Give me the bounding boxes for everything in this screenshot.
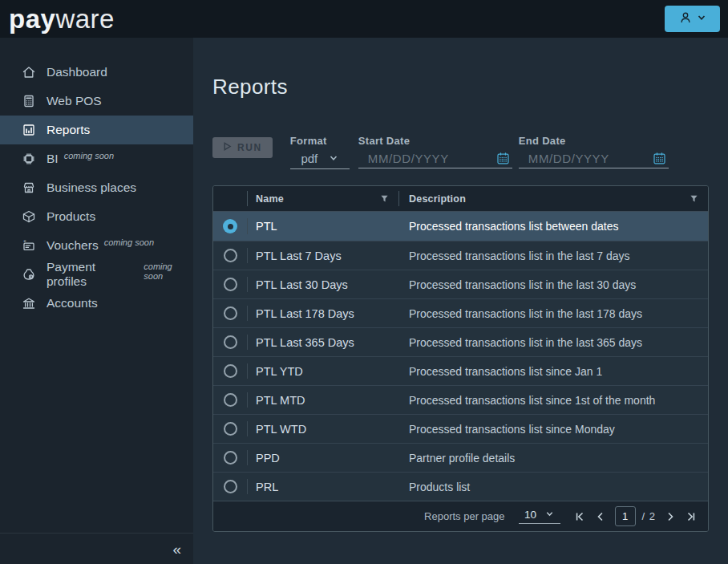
per-page-value: 10 <box>524 509 536 521</box>
filter-funnel-icon[interactable] <box>380 194 389 203</box>
table-footer: Reports per page 10 1 / 2 <box>213 501 708 531</box>
first-page-icon[interactable] <box>573 510 586 523</box>
report-name: PTL WTD <box>256 423 306 436</box>
report-description: Products list <box>409 481 470 493</box>
row-radio[interactable] <box>224 451 237 465</box>
row-radio[interactable] <box>224 422 237 436</box>
page-title: Reports <box>212 75 709 99</box>
chevron-down-icon <box>329 152 338 165</box>
report-name: PTL Last 178 Days <box>256 307 354 320</box>
sidebar: Dashboard Web POS Reports BI coming soon… <box>0 38 193 564</box>
calculator-icon <box>22 94 36 108</box>
prev-page-icon[interactable] <box>594 510 607 523</box>
store-icon <box>22 181 36 195</box>
start-date-label: Start Date <box>358 135 512 147</box>
name-column-label: Name <box>256 193 284 205</box>
table-row[interactable]: PPD Partner profile details <box>213 443 708 472</box>
sidebar-item-label: Accounts <box>47 296 98 310</box>
table-row[interactable]: PTL Last 30 Days Processed transactions … <box>213 270 708 298</box>
row-radio-selected[interactable] <box>223 219 237 233</box>
row-radio[interactable] <box>224 306 237 320</box>
sidebar-item-payment-profiles[interactable]: Payment profiles coming soon <box>0 260 193 289</box>
current-page-input[interactable]: 1 <box>615 506 636 526</box>
table-row[interactable]: PTL Last 178 Days Processed transactions… <box>213 298 708 327</box>
format-select[interactable]: pdf <box>290 152 350 169</box>
last-page-icon[interactable] <box>685 510 698 523</box>
report-name: PTL Last 365 Days <box>256 336 354 349</box>
start-date-field: Start Date MM/DD/YYYY <box>358 135 512 168</box>
report-description: Processed transactions list between date… <box>409 220 618 233</box>
table-body: PTL Processed transactions list between … <box>213 212 708 501</box>
report-description: Processed transactions list in the last … <box>409 336 642 349</box>
table-row[interactable]: PTL YTD Processed transactions list sinc… <box>213 356 708 385</box>
start-date-placeholder: MM/DD/YYYY <box>368 152 449 165</box>
report-description: Processed transactions list in the last … <box>409 278 636 291</box>
table-header: Name Description <box>213 186 708 212</box>
filter-funnel-icon[interactable] <box>690 194 698 203</box>
format-label: Format <box>290 135 350 147</box>
report-name: PTL MTD <box>256 394 305 407</box>
report-description: Processed transactions list since Jan 1 <box>409 365 602 378</box>
table-row[interactable]: PTL MTD Processed transactions list sinc… <box>213 385 708 414</box>
format-field: Format pdf <box>290 135 350 169</box>
calendar-icon[interactable] <box>496 152 510 165</box>
sidebar-item-label: Products <box>47 209 95 224</box>
collapse-sidebar-icon[interactable]: « <box>172 542 181 557</box>
row-radio[interactable] <box>224 335 237 349</box>
sidebar-item-dashboard[interactable]: Dashboard <box>0 58 193 87</box>
row-radio[interactable] <box>224 249 237 262</box>
row-radio[interactable] <box>224 480 237 493</box>
report-name: PTL YTD <box>256 365 303 378</box>
play-icon <box>223 142 232 153</box>
chevron-down-icon <box>697 13 706 25</box>
report-name: PTL Last 30 Days <box>256 278 348 291</box>
report-name: PTL Last 7 Days <box>256 250 342 262</box>
money-bag-icon <box>22 267 36 282</box>
row-radio[interactable] <box>224 278 237 291</box>
sidebar-item-label: Web POS <box>47 94 102 108</box>
sidebar-item-business-places[interactable]: Business places <box>0 173 193 202</box>
row-radio[interactable] <box>224 393 237 407</box>
table-row[interactable]: PTL WTD Processed transactions list sinc… <box>213 414 708 443</box>
per-page-select[interactable]: 10 <box>519 509 560 524</box>
user-icon <box>678 10 693 27</box>
sidebar-item-products[interactable]: Products <box>0 202 193 231</box>
home-icon <box>22 65 36 79</box>
table-row[interactable]: PTL Last 7 Days Processed transactions l… <box>213 241 708 270</box>
sidebar-item-web-pos[interactable]: Web POS <box>0 87 193 116</box>
sidebar-item-vouchers[interactable]: e Vouchers coming soon <box>0 231 193 260</box>
row-radio[interactable] <box>224 364 237 378</box>
sidebar-item-label: BI <box>47 152 59 166</box>
coming-soon-badge: coming soon <box>144 262 193 281</box>
end-date-field: End Date MM/DD/YYYY <box>519 135 669 168</box>
sidebar-item-label: Reports <box>47 123 90 137</box>
chevron-down-icon <box>545 509 554 521</box>
report-name: PRL <box>256 481 278 493</box>
table-row[interactable]: PTL Processed transactions list between … <box>213 212 708 241</box>
bar-chart-icon <box>22 123 36 137</box>
radio-column-header <box>213 186 247 211</box>
sidebar-item-bi[interactable]: BI coming soon <box>0 144 193 173</box>
table-row[interactable]: PTL Last 365 Days Processed transactions… <box>213 327 708 356</box>
sidebar-collapse-bar: « <box>0 533 193 564</box>
end-date-input[interactable]: MM/DD/YYYY <box>519 152 669 168</box>
next-page-icon[interactable] <box>664 510 677 523</box>
table-row[interactable]: PRL Products list <box>213 472 708 501</box>
sidebar-item-reports[interactable]: Reports <box>0 116 193 144</box>
sidebar-item-accounts[interactable]: Accounts <box>0 289 193 318</box>
calendar-icon[interactable] <box>653 152 666 165</box>
sidebar-item-label: Payment profiles <box>47 260 138 289</box>
report-description: Processed transactions list since Monday <box>409 423 615 436</box>
top-header: payware <box>0 0 728 38</box>
user-menu-button[interactable] <box>665 6 720 32</box>
run-button[interactable]: RUN <box>212 137 273 158</box>
report-name: PPD <box>256 452 280 465</box>
start-date-input[interactable]: MM/DD/YYYY <box>358 152 512 168</box>
sidebar-item-label: Vouchers <box>47 238 99 253</box>
sidebar-nav: Dashboard Web POS Reports BI coming soon… <box>0 38 193 533</box>
sidebar-item-label: Dashboard <box>47 65 107 79</box>
sidebar-item-label: Business places <box>47 181 136 195</box>
format-value: pdf <box>301 152 317 165</box>
coming-soon-badge: coming soon <box>64 151 114 160</box>
report-description: Processed transactions list in the last … <box>409 307 642 320</box>
